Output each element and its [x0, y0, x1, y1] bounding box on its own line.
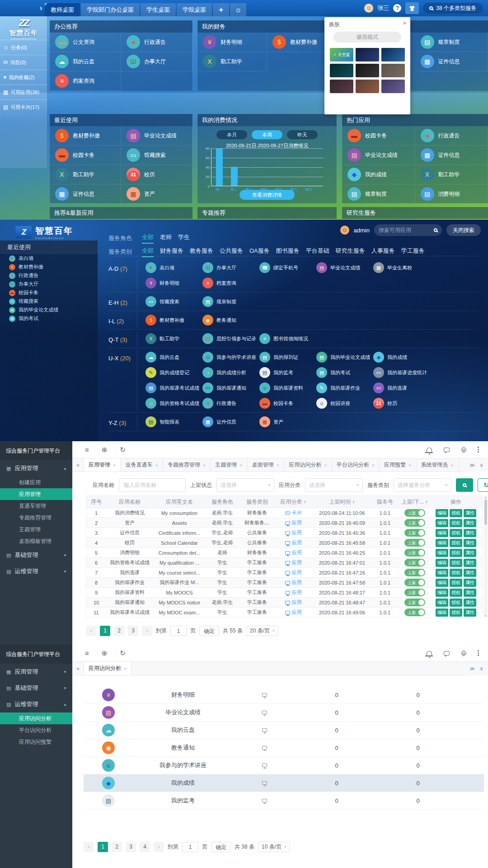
app-shortcut[interactable]: $教材费补缴 — [145, 312, 202, 328]
workspace-tab[interactable]: 应用访问分析× — [284, 458, 332, 472]
analytics-row[interactable]: ◆我的成绩00 — [84, 774, 484, 792]
simple-mode-button[interactable]: 极简模式 — [333, 32, 401, 42]
role-filter-option[interactable]: 老师 — [160, 233, 172, 244]
action-button[interactable]: 编辑 — [436, 559, 448, 567]
sidebar-submenu-item[interactable]: 平台访问分析 — [0, 724, 72, 736]
recent-app-item[interactable]: ▤我的考试 — [0, 314, 98, 323]
skin-theme-thumbnail[interactable] — [330, 80, 353, 93]
status-toggle[interactable]: 上架 — [404, 509, 425, 517]
action-button[interactable]: 授权 — [450, 509, 462, 517]
tab-close-icon[interactable]: × — [277, 462, 279, 468]
more-icon[interactable] — [478, 652, 479, 654]
action-button[interactable]: 编辑 — [436, 609, 448, 617]
app-type-link[interactable]: 应用 — [285, 549, 302, 556]
app-shortcut[interactable]: Ш办事大厅 — [202, 260, 259, 275]
desktop-settings-button[interactable]: ☼ — [230, 3, 246, 16]
skin-theme-thumbnail[interactable] — [356, 48, 379, 61]
skin-theme-thumbnail[interactable] — [356, 64, 379, 77]
recent-app-item[interactable]: ▭馆藏搜索 — [0, 297, 98, 306]
app-type-link[interactable]: 应用 — [285, 569, 302, 576]
app-shortcut[interactable]: ♥表白墙 — [145, 260, 202, 275]
filter-select[interactable]: 请选择▾ — [305, 478, 363, 492]
tab-close-icon[interactable]: × — [155, 462, 158, 468]
app-shortcut[interactable]: X勤工助学 — [415, 165, 488, 184]
tab-close-icon[interactable]: × — [408, 462, 411, 468]
action-button[interactable]: 编辑 — [436, 519, 448, 527]
action-button[interactable]: 编辑 — [436, 539, 448, 547]
action-button[interactable]: 编辑 — [436, 579, 448, 587]
app-shortcut[interactable]: ▤消费明细 — [415, 184, 488, 204]
portal-sidebar-item[interactable]: ♥我的收藏(2) — [0, 70, 47, 85]
app-shortcut[interactable]: ▤我的报到证 — [259, 349, 316, 365]
filter-select[interactable]: 选择服务分类▾ — [394, 478, 451, 492]
app-shortcut[interactable]: ▤规章制度 — [415, 33, 488, 52]
action-button[interactable]: 授权 — [450, 529, 462, 537]
app-shortcut[interactable]: ▦证件信息 — [50, 184, 121, 204]
workspace-tab[interactable]: 应用预警× — [380, 458, 416, 472]
action-button[interactable]: 编辑 — [436, 569, 448, 577]
tabs-scroll-left-icon[interactable]: « — [72, 458, 84, 472]
app-type-link[interactable]: 卡片 — [285, 509, 302, 516]
sidebar-menu-item[interactable]: ▦应用管理▼ — [0, 664, 72, 680]
app-shortcut[interactable]: ☁我的云盘 — [50, 52, 121, 71]
action-button[interactable]: 授权 — [450, 549, 462, 557]
role-filter-option[interactable]: 学生 — [178, 233, 190, 244]
scrollbar-thumb[interactable] — [484, 500, 487, 525]
app-shortcut[interactable]: ☺我参与的学术讲座 — [202, 349, 259, 365]
skin-theme-thumbnail[interactable] — [381, 80, 405, 93]
help-icon[interactable]: ? — [393, 4, 401, 12]
app-shortcut[interactable]: ▭我的慕课通知 — [202, 380, 259, 396]
user-avatar[interactable]: ☺ — [364, 4, 373, 13]
app-shortcut[interactable]: ▦证件信息 — [202, 414, 259, 429]
app-type-link[interactable]: 应用 — [285, 609, 302, 616]
sort-icon[interactable]: ▲▼ — [304, 500, 306, 504]
status-toggle[interactable]: 上架 — [404, 529, 425, 537]
chat-icon[interactable] — [444, 448, 450, 452]
status-toggle[interactable]: 上架 — [404, 579, 425, 586]
role-filter-option[interactable]: 全部 — [142, 233, 154, 244]
recent-app-item[interactable]: ◄行政通告 — [0, 271, 98, 280]
pager-page[interactable]: 3 — [126, 842, 136, 852]
sidebar-submenu-item[interactable]: 直通车管理 — [0, 500, 72, 512]
app-shortcut[interactable]: ▤规章制度 — [202, 294, 259, 309]
status-toggle[interactable]: 上架 — [404, 589, 425, 596]
app-shortcut[interactable]: ✎我的慕课作业 — [316, 380, 373, 396]
action-button[interactable]: 属性 — [464, 519, 476, 527]
app-shortcut[interactable]: ▭我的选课 — [373, 380, 430, 396]
action-button[interactable]: 授权 — [450, 519, 462, 527]
workspace-tab[interactable]: 应用访问分析× — [84, 662, 131, 675]
recent-app-item[interactable]: ▬校园卡务 — [0, 288, 98, 297]
pager-page[interactable]: 2 — [112, 842, 122, 852]
per-page-select[interactable]: 20 条/页▾ — [246, 626, 278, 636]
analytics-row[interactable]: ☺我参与的学术讲座00 — [84, 757, 484, 774]
menu-collapse-icon[interactable]: ≡ — [85, 649, 89, 657]
analytics-row[interactable]: ◉教务通知00 — [84, 739, 484, 757]
workspace-tab[interactable]: 系统管理员× — [417, 458, 459, 472]
recent-app-item[interactable]: ♥表白墙 — [0, 254, 98, 263]
action-button[interactable]: 编辑 — [436, 509, 448, 517]
tag-icon[interactable] — [460, 650, 467, 656]
skin-theme-thumbnail[interactable] — [381, 64, 405, 77]
app-shortcut[interactable]: ▤我的考试 — [316, 365, 373, 380]
action-button[interactable]: 属性 — [464, 539, 476, 547]
pager-page[interactable]: 1 — [98, 842, 108, 852]
sidebar-menu-item[interactable]: ▤基础管理▼ — [0, 547, 72, 563]
action-button[interactable]: 编辑 — [436, 599, 448, 607]
app-type-link[interactable]: 应用 — [285, 529, 302, 536]
analytics-row[interactable]: ▤我的监考00 — [84, 792, 484, 810]
tab-close-icon[interactable]: × — [239, 462, 242, 468]
sidebar-menu-item[interactable]: ▦应用管理▲ — [0, 460, 72, 476]
action-button[interactable]: 授权 — [450, 539, 462, 547]
app-shortcut[interactable]: ▤毕业论文成绩 — [121, 126, 192, 146]
skin-button[interactable] — [405, 2, 419, 14]
bell-icon[interactable] — [427, 651, 432, 656]
recent-app-item[interactable]: ▤我的毕业论文成绩 — [0, 306, 98, 314]
app-shortcut[interactable]: ☁我的云盘 — [145, 349, 202, 365]
pager-jump-input[interactable]: 1 — [170, 626, 187, 636]
consumption-range-tab[interactable]: 昨天 — [287, 130, 318, 139]
app-shortcut[interactable]: X勤工助学 — [145, 331, 202, 346]
pager-page[interactable]: 3 — [128, 626, 138, 636]
search-button[interactable] — [456, 478, 473, 492]
app-shortcut[interactable]: ◑我的成绩分析 — [202, 365, 259, 380]
pager-next[interactable]: › — [142, 626, 152, 636]
